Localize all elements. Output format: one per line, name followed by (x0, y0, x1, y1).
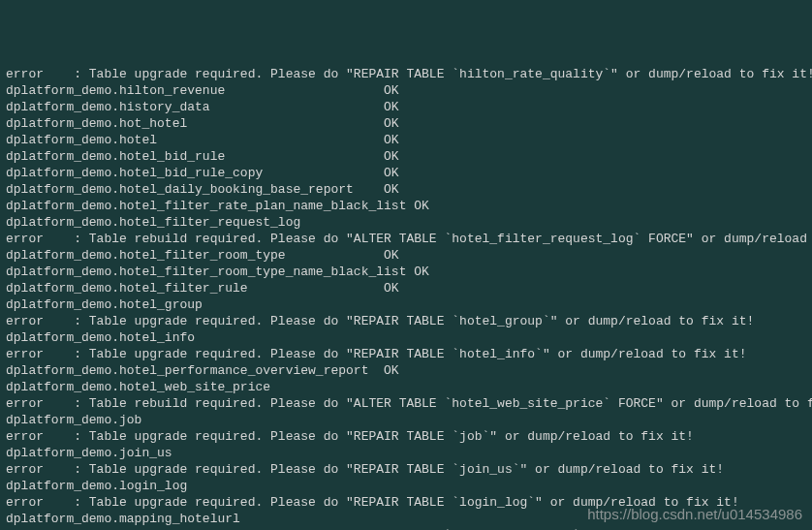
terminal-line: error : Table rebuild required. Please d… (6, 395, 806, 412)
terminal-line: dplatform_demo.hotel_bid_rule_copy OK (6, 165, 806, 181)
terminal-line: error : Table upgrade required. Please d… (6, 494, 806, 511)
terminal-line: dplatform_demo.hotel_web_site_price (6, 379, 806, 395)
terminal-line: dplatform_demo.hot_hotel OK (6, 115, 806, 132)
terminal-line: dplatform_demo.hotel_filter_room_type OK (6, 247, 806, 264)
terminal-line: dplatform_demo.hotel_info (6, 329, 806, 346)
terminal-line: dplatform_demo.hotel_performance_overvie… (6, 362, 806, 379)
terminal-line: dplatform_demo.mapping_hotelurl (6, 511, 806, 527)
terminal-line: dplatform_demo.login_log (6, 478, 806, 494)
terminal-line: error : Table upgrade required. Please d… (6, 461, 806, 478)
terminal-line: error : Table rebuild required. Please d… (6, 231, 806, 247)
terminal-line: error : Table upgrade required. Please d… (6, 66, 806, 82)
terminal-output: error : Table upgrade required. Please d… (6, 66, 806, 530)
terminal-line: error : Table upgrade required. Please d… (6, 428, 806, 445)
terminal-line: dplatform_demo.hilton_revenue OK (6, 82, 806, 99)
terminal-line: dplatform_demo.hotel_group (6, 296, 806, 313)
terminal-line: dplatform_demo.hotel_daily_booking_base_… (6, 181, 806, 198)
terminal-line: error : Table upgrade required. Please d… (6, 313, 806, 329)
terminal-line: dplatform_demo.hotel_bid_rule OK (6, 148, 806, 165)
terminal-line: dplatform_demo.join_us (6, 445, 806, 461)
terminal-line: dplatform_demo.hotel OK (6, 132, 806, 148)
terminal-line: error : Table upgrade required. Please d… (6, 346, 806, 362)
terminal-line: dplatform_demo.hotel_filter_request_log (6, 214, 806, 231)
terminal-line: dplatform_demo.hotel_filter_rate_plan_na… (6, 198, 806, 214)
terminal-line: dplatform_demo.job (6, 412, 806, 428)
terminal-line: dplatform_demo.hotel_filter_rule OK (6, 280, 806, 296)
terminal-line: dplatform_demo.history_data OK (6, 99, 806, 115)
terminal-line: dplatform_demo.hotel_filter_room_type_na… (6, 264, 806, 280)
